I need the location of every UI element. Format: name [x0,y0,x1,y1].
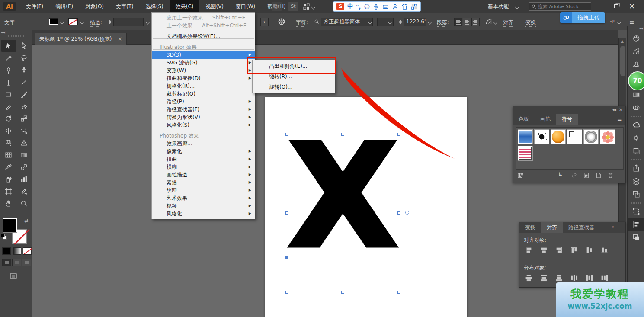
artboards-panel-icon[interactable] [628,188,644,201]
handle-mid-left[interactable] [285,211,288,215]
symbol-libraries-icon[interactable] [517,172,524,179]
ime-account-icon[interactable] [392,3,398,10]
distribute-vertical-center-button[interactable] [538,272,549,283]
effect-menu-item[interactable]: ▶ [152,40,255,43]
effect-menu-item[interactable]: Photoshop 效果 ▶ [152,132,255,140]
effect-menu-item[interactable]: 应用上一个效果Shift+Ctrl+E ▶ [152,14,255,22]
effect-menu-item[interactable]: 画笔描边 ▶ [152,171,255,179]
effect-menu-item[interactable]: 视频 ▶ [152,202,255,210]
distribute-left-button[interactable] [568,272,580,283]
minimize-button[interactable]: ─ [595,0,610,12]
restore-button[interactable] [609,0,624,12]
baseline-anchor-point[interactable] [285,256,288,259]
column-graph-tool[interactable] [16,173,32,185]
character-label[interactable]: 字符: [296,19,308,27]
handle-top-center[interactable] [341,133,344,136]
panel-more-icon[interactable]: » [612,224,614,229]
delete-symbol-icon[interactable] [607,172,614,179]
align-top-button[interactable] [568,245,580,255]
stroke-weight-stepper[interactable] [107,18,112,26]
graphic-styles-panel-icon[interactable] [628,144,644,157]
effect-menu-item[interactable]: 风格化(S) ▶ [152,121,255,129]
pen-tool[interactable] [1,64,16,76]
stroke-weight-label[interactable]: 描边: [90,19,102,27]
effect-menu-item[interactable]: SVG 滤镜(G) ▶ [152,59,255,67]
new-symbol-icon[interactable] [595,172,602,179]
artboard-tool[interactable] [1,185,16,197]
effect-menu-item[interactable]: 模糊 ▶ [152,163,255,171]
symbol-orange-sphere[interactable] [551,129,566,144]
effect-menu-item[interactable]: ▶ [152,129,255,132]
font-size-chevron-icon[interactable] [428,20,432,25]
menu-window[interactable]: 窗口(W) [230,0,261,13]
draw-normal-button[interactable] [2,259,11,266]
distribute-horizontal-center-button[interactable] [583,272,595,283]
effect-menu-item[interactable]: 上一个效果Alt+Shift+Ctrl+E ▶ [152,22,255,29]
warp-options-icon[interactable] [485,18,492,25]
ime-mic-icon[interactable] [373,3,379,10]
arrange-documents-icon[interactable] [303,3,315,12]
effect-menu-item[interactable]: ▶ [152,29,255,32]
align-center-text-button[interactable] [463,18,471,26]
menu-type[interactable]: 文字(T) [110,0,140,13]
selection-tool[interactable] [1,40,16,52]
panel-grip[interactable] [8,35,25,37]
ime-keyboard-icon[interactable] [382,3,389,10]
workspace-switcher[interactable]: 基本功能 [488,0,509,13]
symbol-blue-banner[interactable] [518,129,533,144]
align-horizontal-center-button[interactable] [538,245,549,255]
ime-toolbox-icon[interactable] [411,3,417,10]
width-tool[interactable] [1,125,16,137]
color-panel-icon[interactable] [628,32,644,45]
gradient-mode-button[interactable] [13,247,21,255]
align-right-button[interactable] [553,245,564,255]
distribute-bottom-button[interactable] [553,272,564,283]
symbol-sprayer-tool[interactable] [1,173,16,185]
drag-upload-overlay[interactable]: 拖拽上传 [560,12,605,23]
handle-top-left[interactable] [285,133,288,136]
align-panel-icon[interactable] [628,218,644,231]
close-button[interactable]: × [625,0,639,12]
export-panel-icon[interactable] [628,162,644,175]
stroke-chevron-icon[interactable] [80,20,84,25]
align-panel-link[interactable]: 对齐 [503,19,513,27]
close-icon[interactable]: × [619,107,623,112]
paintbrush-tool[interactable] [16,88,32,100]
panel-toggle-icon[interactable]: P [608,18,615,25]
collapse-icon[interactable]: ◀◀ [1,31,5,34]
symbol-options-icon[interactable] [583,172,590,179]
handle-bottom-left[interactable] [285,291,288,294]
transparency-panel-icon[interactable] [628,101,644,114]
default-fill-stroke-icon[interactable] [1,234,7,240]
ime-skin-icon[interactable] [401,3,408,10]
gradient-tool[interactable] [16,149,32,161]
screen-mode-button[interactable] [10,272,18,281]
ime-punct-icon[interactable]: °, [356,3,361,10]
swap-fill-stroke-icon[interactable]: ⇄ [24,218,28,224]
expand-panels-icon[interactable]: ◀◀ [639,27,643,30]
handle-bottom-right[interactable] [397,291,400,294]
align-left-text-button[interactable] [454,18,462,26]
effect-menu-item[interactable]: 路径查找器(F) ▶ [152,106,255,113]
tab-transform[interactable]: 变换 [519,222,541,233]
warp-chevron-icon[interactable] [493,20,498,25]
stock-search-box[interactable]: 搜索 Adobe Stock [529,2,591,11]
ime-emoji-icon[interactable]: ☺ [364,3,370,10]
scroll-up-icon[interactable]: ▲ [621,39,624,43]
recolor-artwork-icon[interactable] [628,58,644,71]
shape-builder-tool[interactable] [1,137,16,149]
tab-align[interactable]: 对齐 [541,222,563,233]
effect-menu-item[interactable]: 文档栅格效果设置(E)... ▶ [152,32,255,40]
distribute-right-button[interactable] [599,272,610,283]
menu-effect[interactable]: 效果(C) [170,0,200,13]
zoom-tool[interactable] [16,197,32,209]
submenu-item[interactable]: 旋转(O)... [253,82,335,92]
effect-menu-item[interactable]: 变形(W) ▶ [152,67,255,74]
panel-toggle-chevron-icon[interactable] [617,20,622,25]
color-wheel-icon[interactable] [278,18,285,26]
align-bottom-button[interactable] [599,245,610,255]
direct-selection-tool[interactable] [16,40,32,52]
font-size-value[interactable]: 1222.6' [404,18,426,26]
control-bar-menu-icon[interactable]: ≡ [629,19,634,26]
effect-menu-item[interactable]: 扭曲 ▶ [152,155,255,163]
